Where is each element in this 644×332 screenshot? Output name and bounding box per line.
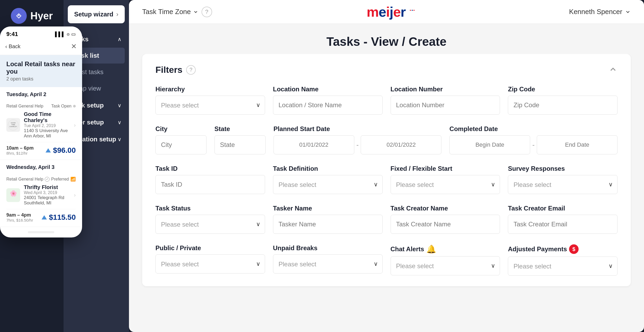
chat-alerts-select[interactable]: Please select: [391, 256, 500, 275]
timezone-help-icon[interactable]: ?: [202, 7, 212, 17]
tasker-name-input[interactable]: [273, 215, 383, 234]
fixed-flexible-select[interactable]: Please select: [391, 175, 500, 194]
phone-task-1-category: Retail General Help: [6, 104, 43, 109]
phone-task-2-address2: Southfield, MI: [24, 200, 70, 206]
phone-header: ‹ Back ✕: [0, 40, 82, 55]
back-arrow-icon: ‹: [5, 43, 7, 50]
phone-task-2-date: Wed April 3, 2019: [24, 190, 70, 195]
main-panel: Task Time Zone ? meijer • • • Kenneth Sp…: [129, 0, 644, 332]
phone-task-1-info: GOOD TIME CHARLEY Good Time Charley's Tu…: [6, 111, 76, 139]
city-label: City: [155, 125, 207, 133]
phone-task-1-wage-amount: $96.00: [53, 146, 76, 155]
adjusted-payments-field: Adjusted Payments $ Please select ∨: [508, 244, 618, 276]
phone-task-2-logo: 🌸: [6, 188, 20, 202]
hyer-logo: Hyer: [11, 8, 53, 24]
svg-text:CHARLEY: CHARLEY: [10, 126, 17, 127]
unpaid-breaks-select[interactable]: Please select: [273, 254, 383, 273]
planned-start-date-field: Planned Start Date -: [274, 125, 442, 154]
survey-responses-field: Survey Responses Please select ∨: [508, 165, 618, 194]
phone-hero: Local Retail tasks near you 2 open tasks: [0, 55, 82, 87]
task-creator-name-field: Task Creator Name: [391, 205, 500, 234]
fixed-flexible-field: Fixed / Flexible Start Please select ∨: [391, 165, 500, 194]
task-timezone-button[interactable]: Task Time Zone: [142, 8, 198, 16]
phone-task-card-2[interactable]: Retail General Help ✓ Preferred 📶 🌸 Thri…: [0, 172, 82, 227]
survey-responses-select[interactable]: Please select: [508, 175, 618, 194]
planned-start-date-range: -: [274, 135, 442, 154]
phone-back-button[interactable]: ‹ Back: [5, 43, 20, 50]
filters-help-icon[interactable]: ?: [186, 65, 196, 75]
location-setup-chevron-icon: ∨: [118, 136, 122, 142]
fixed-flexible-label: Fixed / Flexible Start: [391, 165, 500, 172]
task-definition-field: Task Definition Please select ∨: [273, 165, 383, 194]
phone-task-1-status: Task Open: [51, 104, 76, 109]
phone-task-2-category: Retail General Help: [6, 177, 43, 182]
phone-task-1-footer: 10am – 6pm 8hrs, $12/hr $96.00: [6, 142, 76, 155]
chat-alerts-select-wrapper: Please select ∨: [391, 256, 500, 275]
adjusted-payments-select-wrapper: Please select ∨: [508, 257, 618, 276]
location-name-label: Location Name: [273, 86, 383, 93]
phone-task-2-arrow-icon: ›: [74, 192, 76, 198]
survey-responses-label: Survey Responses: [508, 165, 618, 172]
adjusted-payments-select[interactable]: Please select: [508, 257, 618, 276]
battery-icon: ▭: [71, 31, 76, 37]
task-creator-email-input[interactable]: [508, 215, 618, 234]
city-input[interactable]: [155, 135, 207, 154]
phone-task-1-address2: Ann Arbor, MI: [24, 133, 70, 139]
phone-mockup: 9:41 ▌▌▌ ⌾ ▭ ‹ Back ✕ Local Retail tasks…: [0, 26, 82, 237]
phone-task-1-address1: 1140 S University Ave: [24, 128, 70, 133]
meijer-logo-text: m: [367, 4, 379, 20]
filters-collapse-button[interactable]: [609, 65, 618, 75]
phone-task-2-wage-amount: $115.50: [49, 213, 76, 222]
completed-date-end-input[interactable]: [537, 135, 618, 154]
top-bar: Task Time Zone ? meijer • • • Kenneth Sp…: [129, 0, 644, 24]
state-label: State: [214, 125, 266, 133]
task-definition-label: Task Definition: [273, 165, 383, 172]
task-id-field: Task ID: [155, 165, 265, 194]
setup-wizard-button[interactable]: Setup wizard ›: [68, 5, 125, 23]
city-field: City: [155, 125, 207, 154]
completed-date-range: -: [449, 135, 618, 154]
chat-alerts-bell-icon: 🔔: [426, 244, 436, 254]
phone-hero-title: Local Retail tasks near you: [6, 60, 76, 75]
phone-close-button[interactable]: ✕: [71, 42, 77, 51]
location-number-input[interactable]: [391, 96, 500, 115]
user-menu[interactable]: Kenneth Spencer: [569, 8, 631, 16]
tasks-chevron-icon: ∧: [118, 36, 122, 42]
phone-task-2-details: Thrifty Florist Wed April 3, 2019 24001 …: [24, 184, 70, 206]
task-definition-select[interactable]: Please select: [273, 175, 383, 194]
filters-title: Filters: [155, 65, 182, 75]
adjusted-payments-dollar-icon: $: [569, 244, 579, 254]
hierarchy-field: Hierarchy Please select ∨: [155, 86, 265, 115]
adjusted-payments-label: Adjusted Payments: [508, 245, 567, 253]
task-status-label: Task Status: [155, 205, 265, 212]
svg-text:🌸: 🌸: [10, 190, 17, 197]
hierarchy-label: Hierarchy: [155, 86, 265, 93]
zip-code-input[interactable]: [508, 96, 618, 115]
fixed-flexible-select-wrapper: Please select ∨: [391, 175, 500, 194]
state-input[interactable]: [214, 135, 266, 154]
unpaid-breaks-label: Unpaid Breaks: [273, 244, 383, 252]
chat-alerts-label: Chat Alerts: [391, 245, 424, 253]
public-private-select[interactable]: Please select: [155, 254, 265, 273]
planned-start-date-end-input[interactable]: [361, 135, 441, 154]
public-private-field: Public / Private Please select ∨: [155, 244, 265, 276]
filters-header: Filters ?: [155, 65, 618, 75]
chat-alerts-label-group: Chat Alerts 🔔: [391, 244, 500, 254]
task-creator-name-input[interactable]: [391, 215, 500, 234]
phone-task-card-1[interactable]: Retail General Help Task Open GOOD TIME …: [0, 100, 82, 160]
zip-code-field: Zip Code: [508, 86, 618, 115]
phone-task-2-address1: 24001 Telegraph Rd: [24, 195, 70, 200]
planned-start-date-start-input[interactable]: [274, 135, 354, 154]
hierarchy-select[interactable]: Please select: [155, 96, 265, 115]
location-name-input[interactable]: [273, 96, 383, 115]
task-status-select[interactable]: Please select: [155, 215, 265, 234]
phone-task-1-status-dot: [73, 105, 76, 107]
phone-home-bar: [28, 231, 54, 233]
completed-date-start-input[interactable]: [449, 135, 530, 154]
back-label: Back: [9, 43, 20, 50]
tasker-name-label: Tasker Name: [273, 205, 383, 212]
planned-start-date-label: Planned Start Date: [274, 125, 442, 133]
task-timezone-label: Task Time Zone: [142, 8, 191, 16]
svg-text:GOOD: GOOD: [11, 122, 16, 124]
task-id-input[interactable]: [155, 175, 265, 194]
